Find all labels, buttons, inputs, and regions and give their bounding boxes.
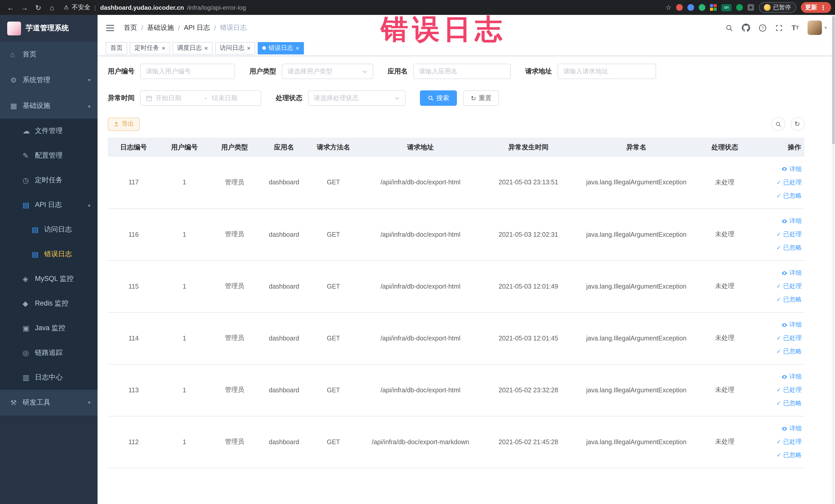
- sidebar-item-trace[interactable]: ◎链路追踪: [0, 340, 98, 365]
- sidebar-item-devtools[interactable]: ⚒研发工具▾: [0, 390, 98, 416]
- tab-定时任务[interactable]: 定时任务×: [130, 42, 170, 54]
- tab-错误日志[interactable]: 错误日志×: [258, 42, 304, 54]
- sidebar-item-label: Java 监控: [35, 323, 65, 333]
- search-icon[interactable]: [726, 24, 733, 32]
- sidebar-item-home[interactable]: ⌂首页: [0, 42, 98, 67]
- extension-icon[interactable]: [687, 4, 694, 11]
- fullscreen-icon[interactable]: [775, 24, 783, 32]
- sidebar-item-error-log[interactable]: ▤错误日志: [0, 242, 98, 266]
- breadcrumb-item[interactable]: 首页: [124, 23, 137, 32]
- cell-exception-time: 2021-05-03 12:01:49: [483, 260, 574, 312]
- mark-ignored-link[interactable]: ✓ 已忽略: [754, 345, 802, 358]
- close-icon[interactable]: ×: [162, 45, 165, 51]
- bookmark-star-icon[interactable]: ☆: [666, 4, 672, 11]
- mark-processed-link[interactable]: ✓ 已处理: [754, 176, 802, 189]
- detail-link[interactable]: 详细: [754, 163, 802, 176]
- user-type-label: 用户类型: [249, 67, 276, 76]
- forward-icon[interactable]: →: [18, 1, 31, 14]
- extension-grid-icon[interactable]: [710, 4, 717, 11]
- sidebar-item-file[interactable]: ☁文件管理: [0, 119, 98, 143]
- sidebar-item-gear[interactable]: ⚙系统管理▾: [0, 67, 98, 93]
- mark-ignored-link[interactable]: ✓ 已忽略: [754, 448, 802, 462]
- api-log-icon: ▤: [23, 201, 35, 209]
- app-name-input[interactable]: [419, 68, 505, 75]
- search-button[interactable]: 搜索: [420, 90, 457, 106]
- tab-首页[interactable]: 首页: [106, 42, 127, 54]
- font-size-icon[interactable]: TT: [792, 24, 799, 32]
- user-id-input[interactable]: [146, 68, 229, 75]
- reset-button[interactable]: ↻ 重置: [463, 90, 499, 106]
- chevron-down-icon: ▾: [88, 400, 90, 405]
- reload-icon[interactable]: ↻: [32, 1, 45, 14]
- profile-paused-badge[interactable]: 已暂停: [759, 2, 796, 13]
- detail-link[interactable]: 详细: [754, 370, 802, 383]
- cell-method: GET: [308, 208, 358, 260]
- home-icon[interactable]: ⌂: [46, 1, 59, 14]
- detail-link[interactable]: 详细: [754, 266, 802, 280]
- scrollbar-thumb[interactable]: [832, 16, 834, 144]
- mark-ignored-link[interactable]: ✓ 已忽略: [754, 293, 802, 306]
- check-icon: ✓: [776, 193, 781, 199]
- detail-link[interactable]: 详细: [754, 422, 802, 435]
- tab-调度日志[interactable]: 调度日志×: [172, 42, 212, 54]
- breadcrumb-item[interactable]: 基础设施: [147, 23, 174, 32]
- extension-on-badge[interactable]: on: [721, 4, 732, 11]
- extension-icon[interactable]: [736, 4, 743, 11]
- sidebar-item-log-center[interactable]: ▥日志中心: [0, 365, 98, 390]
- refresh-table-button[interactable]: ↻: [790, 117, 804, 131]
- sidebar-item-access-log[interactable]: ▤访问日志: [0, 217, 98, 242]
- mark-ignored-link[interactable]: ✓ 已忽略: [754, 241, 802, 255]
- sidebar-item-infrastructure[interactable]: ▦基础设施▴: [0, 93, 98, 119]
- toggle-search-button[interactable]: [771, 117, 785, 131]
- back-icon[interactable]: ←: [4, 1, 17, 14]
- scrollbar[interactable]: [831, 15, 835, 504]
- request-url-field: [557, 64, 656, 79]
- process-status-select[interactable]: 请选择处理状态: [308, 90, 406, 106]
- sidebar-item-redis[interactable]: ◆Redis 监控: [0, 291, 98, 316]
- sidebar-item-config[interactable]: ✎配置管理: [0, 143, 98, 168]
- hamburger-icon[interactable]: [106, 24, 115, 32]
- extension-icon[interactable]: [676, 4, 683, 11]
- breadcrumb-separator: /: [141, 24, 143, 32]
- mark-processed-link[interactable]: ✓ 已处理: [754, 280, 802, 293]
- user-type-select[interactable]: 请选择用户类型: [282, 64, 373, 79]
- mark-ignored-link[interactable]: ✓ 已忽略: [754, 397, 802, 410]
- github-icon[interactable]: [742, 24, 750, 32]
- sidebar-item-api-log[interactable]: ▤API 日志▴: [0, 193, 98, 217]
- request-url-input[interactable]: [563, 68, 650, 75]
- cell-method: GET: [308, 312, 358, 364]
- mark-processed-link[interactable]: ✓ 已处理: [754, 228, 802, 241]
- check-icon: ✓: [776, 296, 781, 303]
- page-content: 用户编号 用户类型 请选择用户类型 应用名: [98, 56, 835, 504]
- sidebar-item-mysql[interactable]: ◈MySQL 监控: [0, 266, 98, 291]
- sidebar-item-timer[interactable]: ◷定时任务: [0, 168, 98, 193]
- detail-link[interactable]: 详细: [754, 318, 802, 331]
- logo[interactable]: 芋道管理系统: [0, 15, 98, 42]
- breadcrumb-item[interactable]: API 日志: [184, 23, 210, 32]
- close-icon[interactable]: ×: [296, 45, 299, 51]
- menu-kebab-icon[interactable]: ⋮: [820, 4, 826, 11]
- address-bar[interactable]: ⚠ 不安全 | dashboard.yudao.iocoder.cn/infra…: [64, 3, 660, 12]
- cell-exception-time: 2021-05-03 23:13:51: [483, 157, 574, 208]
- date-range-picker[interactable]: 开始日期 - 结束日期: [140, 90, 261, 106]
- mark-processed-link[interactable]: ✓ 已处理: [754, 383, 802, 397]
- user-menu[interactable]: ▾: [808, 21, 827, 35]
- refresh-icon: ↻: [794, 120, 800, 128]
- app-name-field: [413, 64, 511, 79]
- extensions-puzzle-icon[interactable]: [748, 4, 754, 11]
- sidebar-item-java[interactable]: ▣Java 监控: [0, 316, 98, 340]
- mark-ignored-link[interactable]: ✓ 已忽略: [754, 189, 802, 203]
- mark-processed-link[interactable]: ✓ 已处理: [754, 331, 802, 345]
- tab-访问日志[interactable]: 访问日志×: [215, 42, 255, 54]
- search-icon: [428, 95, 434, 101]
- mark-processed-link[interactable]: ✓ 已处理: [754, 435, 802, 448]
- update-button[interactable]: 更新⋮: [801, 2, 831, 13]
- help-icon[interactable]: ?: [759, 24, 767, 32]
- detail-link[interactable]: 详细: [754, 215, 802, 228]
- config-icon: ✎: [23, 152, 35, 160]
- column-header: 请求地址: [359, 138, 483, 157]
- close-icon[interactable]: ×: [204, 45, 208, 51]
- extension-icon[interactable]: [699, 4, 705, 11]
- export-button[interactable]: 导出: [108, 117, 140, 131]
- close-icon[interactable]: ×: [247, 45, 250, 51]
